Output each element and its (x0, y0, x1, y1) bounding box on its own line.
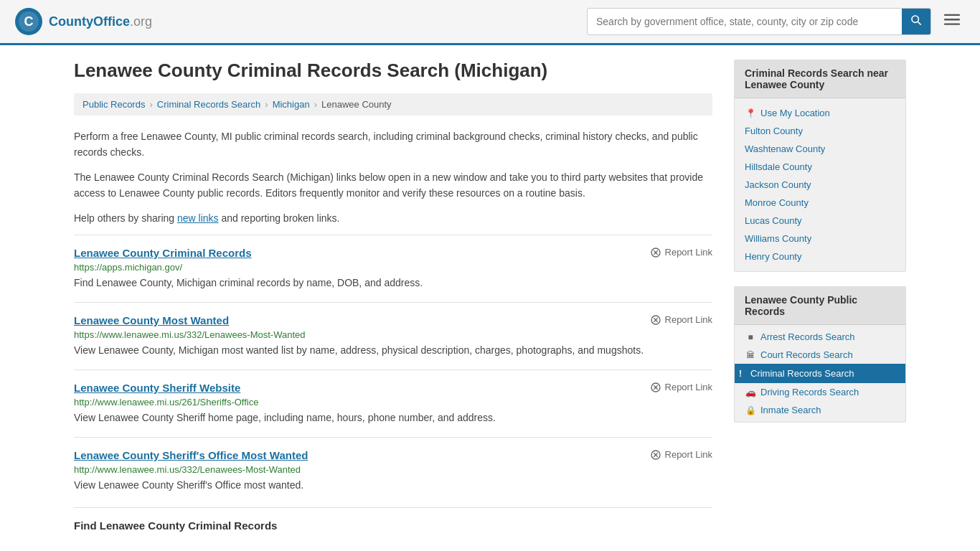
sidebar-driving-records[interactable]: 🚗 Driving Records Search (735, 383, 905, 401)
result-desc-1: Find Lenawee County, Michigan criminal r… (74, 276, 712, 291)
location-icon: 📍 (745, 108, 756, 118)
find-section-heading: Find Lenawee County Criminal Records (74, 507, 712, 532)
sidebar-williams-county[interactable]: Williams County (745, 230, 895, 248)
result-url-2: https://www.lenawee.mi.us/332/Lenawees-M… (74, 329, 712, 340)
header-right (587, 8, 966, 35)
svg-rect-5 (944, 14, 960, 16)
nearby-box-header: Criminal Records Search near Lenawee Cou… (735, 60, 905, 98)
breadcrumb-lenawee: Lenawee County (321, 99, 392, 110)
sidebar-court-records[interactable]: 🏛 Court Records Search (735, 346, 905, 364)
report-link-1[interactable]: Report Link (650, 247, 712, 258)
result-desc-3: View Lenawee County Sheriff home page, i… (74, 410, 712, 425)
result-url-1: https://apps.michigan.gov/ (74, 262, 712, 273)
nearby-box: Criminal Records Search near Lenawee Cou… (734, 60, 906, 272)
description-1: Perform a free Lenawee County, MI public… (74, 128, 712, 161)
sidebar-monroe-county[interactable]: Monroe County (745, 194, 895, 212)
logo-text: CountyOffice.org (49, 14, 152, 29)
sidebar-criminal-records[interactable]: ! Criminal Records Search (734, 364, 906, 383)
public-records-header: Lenawee County Public Records (735, 287, 905, 325)
page-title: Lenawee County Criminal Records Search (… (74, 60, 712, 82)
result-url-4: http://www.lenawee.mi.us/332/Lenawees-Mo… (74, 464, 712, 475)
svg-rect-6 (944, 19, 960, 20)
sidebar-jackson-county[interactable]: Jackson County (745, 176, 895, 194)
report-link-4[interactable]: Report Link (650, 449, 712, 461)
sidebar-inmate-search[interactable]: 🔒 Inmate Search (735, 401, 905, 419)
nearby-box-content: 📍 Use My Location Fulton County Washtena… (735, 98, 905, 271)
breadcrumb-public-records[interactable]: Public Records (83, 99, 145, 110)
logo-icon: C (14, 7, 43, 36)
use-my-location-link[interactable]: 📍 Use My Location (745, 104, 895, 122)
sidebar-washtenaw-county[interactable]: Washtenaw County (745, 140, 895, 158)
breadcrumb-criminal-records[interactable]: Criminal Records Search (157, 99, 261, 110)
breadcrumb-michigan[interactable]: Michigan (273, 99, 310, 110)
svg-point-3 (912, 16, 918, 22)
report-link-3[interactable]: Report Link (650, 382, 712, 393)
result-desc-2: View Lenawee County, Michigan most wante… (74, 343, 712, 358)
result-item-4: Lenawee County Sheriff's Office Most Wan… (74, 437, 712, 504)
criminal-icon: ! (735, 369, 746, 379)
svg-rect-7 (944, 24, 960, 25)
result-item-1: Lenawee County Criminal Records Report L… (74, 235, 712, 302)
result-url-3: http://www.lenawee.mi.us/261/Sheriffs-Of… (74, 397, 712, 408)
main-container: Lenawee County Criminal Records Search (… (60, 45, 920, 546)
svg-text:C: C (24, 14, 34, 29)
result-desc-4: View Lenawee County Sheriff's Office mos… (74, 478, 712, 493)
content-area: Lenawee County Criminal Records Search (… (74, 60, 712, 532)
search-button[interactable] (902, 9, 930, 34)
sidebar-lucas-county[interactable]: Lucas County (745, 212, 895, 230)
search-input[interactable] (588, 10, 902, 33)
public-records-box: Lenawee County Public Records ■ Arrest R… (734, 286, 906, 423)
result-title-2[interactable]: Lenawee County Most Wanted (74, 314, 229, 326)
result-item-3: Lenawee County Sheriff Website Report Li… (74, 369, 712, 437)
inmate-icon: 🔒 (745, 405, 756, 415)
result-title-4[interactable]: Lenawee County Sheriff's Office Most Wan… (74, 449, 308, 461)
court-icon: 🏛 (745, 350, 756, 360)
search-bar (587, 8, 931, 35)
arrest-icon: ■ (745, 332, 756, 342)
result-item-2: Lenawee County Most Wanted Report Link h… (74, 302, 712, 369)
report-link-2[interactable]: Report Link (650, 314, 712, 326)
sidebar-hillsdale-county[interactable]: Hillsdale County (745, 158, 895, 176)
sidebar-henry-county[interactable]: Henry County (745, 248, 895, 265)
driving-icon: 🚗 (745, 387, 756, 397)
logo-area: C CountyOffice.org (14, 7, 152, 36)
result-title-3[interactable]: Lenawee County Sheriff Website (74, 382, 240, 394)
new-links-link[interactable]: new links (177, 212, 219, 224)
menu-button[interactable] (938, 9, 966, 34)
sidebar-fulton-county[interactable]: Fulton County (745, 122, 895, 140)
description-2: The Lenawee County Criminal Records Sear… (74, 169, 712, 202)
sidebar-arrest-records[interactable]: ■ Arrest Records Search (735, 328, 905, 346)
description-3: Help others by sharing new links and rep… (74, 210, 712, 226)
svg-line-4 (918, 22, 921, 25)
header: C CountyOffice.org (0, 0, 980, 45)
result-title-1[interactable]: Lenawee County Criminal Records (74, 247, 252, 259)
breadcrumb: Public Records › Criminal Records Search… (74, 93, 712, 116)
sidebar: Criminal Records Search near Lenawee Cou… (734, 60, 906, 532)
public-records-content: ■ Arrest Records Search 🏛 Court Records … (735, 325, 905, 422)
